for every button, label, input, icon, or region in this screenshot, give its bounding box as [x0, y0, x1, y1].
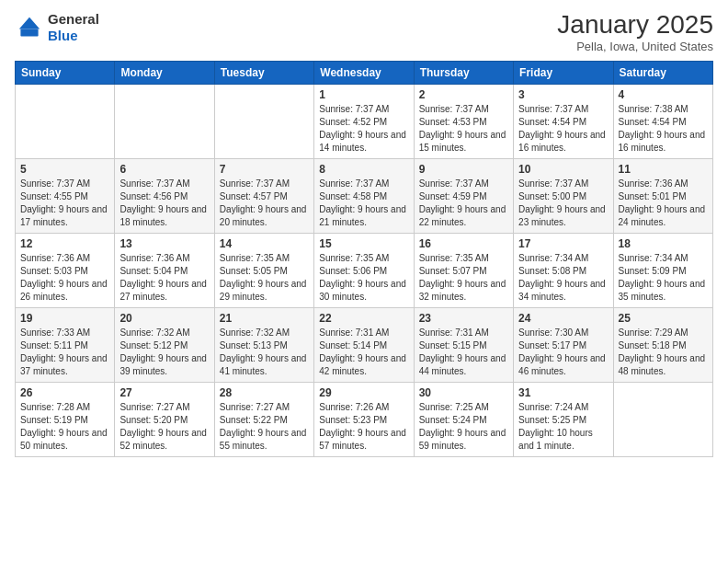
logo: General Blue	[15, 11, 99, 44]
cell-date: 28	[220, 386, 309, 399]
cell-info: Sunrise: 7:37 AMSunset: 4:52 PMDaylight:…	[319, 103, 408, 155]
calendar-page: General Blue January 2025 Pella, Iowa, U…	[0, 0, 728, 563]
calendar-cell: 20Sunrise: 7:32 AMSunset: 5:12 PMDayligh…	[115, 307, 214, 382]
month-title: January 2025	[557, 11, 713, 40]
cell-date: 4	[619, 88, 708, 101]
cell-info: Sunrise: 7:38 AMSunset: 4:54 PMDaylight:…	[619, 103, 708, 155]
calendar-cell: 12Sunrise: 7:36 AMSunset: 5:03 PMDayligh…	[16, 233, 115, 307]
cell-date: 8	[319, 163, 408, 176]
cell-date: 15	[319, 237, 408, 250]
calendar-cell: 11Sunrise: 7:36 AMSunset: 5:01 PMDayligh…	[613, 158, 712, 233]
cell-info: Sunrise: 7:36 AMSunset: 5:04 PMDaylight:…	[119, 252, 209, 304]
calendar-cell: 16Sunrise: 7:35 AMSunset: 5:07 PMDayligh…	[414, 233, 513, 307]
weekday-header-monday: Monday	[115, 61, 214, 84]
calendar-cell: 4Sunrise: 7:38 AMSunset: 4:54 PMDaylight…	[613, 84, 712, 158]
logo-icon	[15, 13, 44, 42]
cell-info: Sunrise: 7:29 AMSunset: 5:18 PMDaylight:…	[619, 327, 708, 378]
cell-date: 30	[419, 386, 508, 399]
calendar-cell: 23Sunrise: 7:31 AMSunset: 5:15 PMDayligh…	[414, 307, 513, 382]
cell-info: Sunrise: 7:37 AMSunset: 4:58 PMDaylight:…	[319, 178, 408, 229]
cell-info: Sunrise: 7:27 AMSunset: 5:22 PMDaylight:…	[220, 401, 309, 453]
header: General Blue January 2025 Pella, Iowa, U…	[15, 11, 713, 53]
cell-date: 12	[20, 237, 109, 250]
calendar-cell	[214, 84, 313, 158]
logo-general: General	[48, 11, 99, 28]
calendar-cell: 28Sunrise: 7:27 AMSunset: 5:22 PMDayligh…	[214, 382, 313, 456]
cell-info: Sunrise: 7:35 AMSunset: 5:07 PMDaylight:…	[419, 252, 508, 304]
week-row-2: 5Sunrise: 7:37 AMSunset: 4:55 PMDaylight…	[16, 158, 713, 233]
cell-info: Sunrise: 7:37 AMSunset: 4:55 PMDaylight:…	[20, 178, 109, 229]
calendar-cell: 10Sunrise: 7:37 AMSunset: 5:00 PMDayligh…	[514, 158, 613, 233]
week-row-1: 1Sunrise: 7:37 AMSunset: 4:52 PMDaylight…	[16, 84, 713, 158]
cell-date: 2	[419, 88, 508, 101]
cell-date: 13	[119, 237, 209, 250]
weekday-header-tuesday: Tuesday	[214, 61, 313, 84]
cell-date: 3	[518, 88, 608, 101]
cell-info: Sunrise: 7:24 AMSunset: 5:25 PMDaylight:…	[518, 401, 608, 453]
calendar-cell: 22Sunrise: 7:31 AMSunset: 5:14 PMDayligh…	[314, 307, 414, 382]
week-row-3: 12Sunrise: 7:36 AMSunset: 5:03 PMDayligh…	[16, 233, 713, 307]
calendar-table: SundayMondayTuesdayWednesdayThursdayFrid…	[15, 61, 713, 457]
cell-info: Sunrise: 7:37 AMSunset: 4:59 PMDaylight:…	[419, 178, 508, 229]
calendar-cell: 27Sunrise: 7:27 AMSunset: 5:20 PMDayligh…	[115, 382, 214, 456]
cell-info: Sunrise: 7:37 AMSunset: 4:54 PMDaylight:…	[518, 103, 608, 155]
cell-date: 23	[419, 312, 508, 325]
cell-date: 21	[220, 312, 309, 325]
calendar-cell: 3Sunrise: 7:37 AMSunset: 4:54 PMDaylight…	[514, 84, 613, 158]
cell-info: Sunrise: 7:30 AMSunset: 5:17 PMDaylight:…	[518, 327, 608, 378]
cell-date: 27	[119, 386, 209, 399]
cell-date: 17	[518, 237, 608, 250]
weekday-header-thursday: Thursday	[414, 61, 513, 84]
cell-date: 9	[419, 163, 508, 176]
cell-date: 1	[319, 88, 408, 101]
calendar-cell: 2Sunrise: 7:37 AMSunset: 4:53 PMDaylight…	[414, 84, 513, 158]
calendar-cell: 1Sunrise: 7:37 AMSunset: 4:52 PMDaylight…	[314, 84, 414, 158]
calendar-cell	[613, 382, 712, 456]
week-row-5: 26Sunrise: 7:28 AMSunset: 5:19 PMDayligh…	[16, 382, 713, 456]
cell-date: 22	[319, 312, 408, 325]
weekday-header-saturday: Saturday	[613, 61, 712, 84]
cell-info: Sunrise: 7:32 AMSunset: 5:12 PMDaylight:…	[119, 327, 209, 378]
cell-info: Sunrise: 7:31 AMSunset: 5:15 PMDaylight:…	[419, 327, 508, 378]
cell-date: 26	[20, 386, 109, 399]
calendar-cell: 30Sunrise: 7:25 AMSunset: 5:24 PMDayligh…	[414, 382, 513, 456]
cell-info: Sunrise: 7:25 AMSunset: 5:24 PMDaylight:…	[419, 401, 508, 453]
svg-rect-1	[20, 29, 38, 37]
week-row-4: 19Sunrise: 7:33 AMSunset: 5:11 PMDayligh…	[16, 307, 713, 382]
cell-info: Sunrise: 7:35 AMSunset: 5:06 PMDaylight:…	[319, 252, 408, 304]
weekday-header-row: SundayMondayTuesdayWednesdayThursdayFrid…	[16, 61, 713, 84]
calendar-cell: 21Sunrise: 7:32 AMSunset: 5:13 PMDayligh…	[214, 307, 313, 382]
cell-date: 25	[619, 312, 708, 325]
cell-info: Sunrise: 7:26 AMSunset: 5:23 PMDaylight:…	[319, 401, 408, 453]
calendar-cell: 17Sunrise: 7:34 AMSunset: 5:08 PMDayligh…	[514, 233, 613, 307]
calendar-cell: 5Sunrise: 7:37 AMSunset: 4:55 PMDaylight…	[16, 158, 115, 233]
cell-info: Sunrise: 7:28 AMSunset: 5:19 PMDaylight:…	[20, 401, 109, 453]
calendar-cell: 29Sunrise: 7:26 AMSunset: 5:23 PMDayligh…	[314, 382, 414, 456]
calendar-cell: 13Sunrise: 7:36 AMSunset: 5:04 PMDayligh…	[115, 233, 214, 307]
calendar-cell: 24Sunrise: 7:30 AMSunset: 5:17 PMDayligh…	[514, 307, 613, 382]
cell-info: Sunrise: 7:37 AMSunset: 5:00 PMDaylight:…	[518, 178, 608, 229]
cell-date: 29	[319, 386, 408, 399]
cell-info: Sunrise: 7:37 AMSunset: 4:57 PMDaylight:…	[220, 178, 309, 229]
cell-info: Sunrise: 7:36 AMSunset: 5:03 PMDaylight:…	[20, 252, 109, 304]
cell-info: Sunrise: 7:36 AMSunset: 5:01 PMDaylight:…	[619, 178, 708, 229]
calendar-cell: 8Sunrise: 7:37 AMSunset: 4:58 PMDaylight…	[314, 158, 414, 233]
cell-date: 11	[619, 163, 708, 176]
cell-date: 31	[518, 386, 608, 399]
cell-info: Sunrise: 7:37 AMSunset: 4:53 PMDaylight:…	[419, 103, 508, 155]
weekday-header-sunday: Sunday	[16, 61, 115, 84]
cell-date: 14	[220, 237, 309, 250]
calendar-cell: 14Sunrise: 7:35 AMSunset: 5:05 PMDayligh…	[214, 233, 313, 307]
calendar-cell: 7Sunrise: 7:37 AMSunset: 4:57 PMDaylight…	[214, 158, 313, 233]
logo-text: General Blue	[48, 11, 99, 44]
calendar-cell	[115, 84, 214, 158]
cell-info: Sunrise: 7:37 AMSunset: 4:56 PMDaylight:…	[119, 178, 209, 229]
cell-date: 7	[220, 163, 309, 176]
cell-info: Sunrise: 7:32 AMSunset: 5:13 PMDaylight:…	[220, 327, 309, 378]
title-area: January 2025 Pella, Iowa, United States	[557, 11, 713, 53]
cell-date: 10	[518, 163, 608, 176]
weekday-header-wednesday: Wednesday	[314, 61, 414, 84]
cell-info: Sunrise: 7:34 AMSunset: 5:09 PMDaylight:…	[619, 252, 708, 304]
location: Pella, Iowa, United States	[557, 40, 713, 53]
cell-date: 6	[119, 163, 209, 176]
